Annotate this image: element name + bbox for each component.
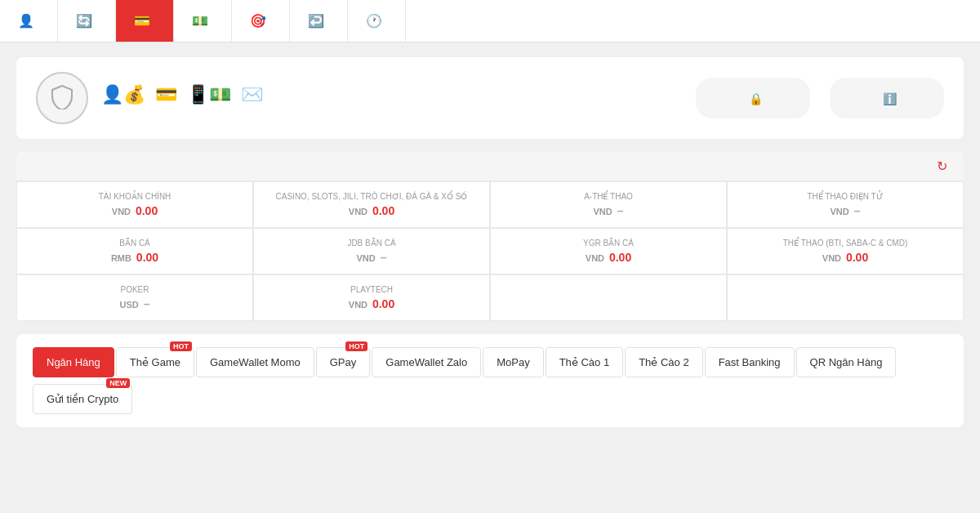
nav-withdraw[interactable]: 💵 (174, 0, 232, 42)
tab-label: Thẻ Game (130, 356, 180, 368)
transfer-icon: 🔄 (76, 13, 92, 29)
history-icon: 🕐 (366, 13, 382, 29)
balance-header-value (337, 160, 642, 172)
balance-cell: THỂ THAO ĐIỆN TỬ VND – (727, 181, 964, 228)
nav-deposit[interactable]: 💳 (116, 0, 174, 42)
tab-label: Thẻ Cào 2 (639, 356, 688, 368)
balance-cell-value: VND 0.00 (504, 251, 713, 264)
freebet-icon: 🎯 (250, 13, 266, 29)
tab-gpay[interactable]: HOTGPay (316, 347, 371, 377)
tab-the-cao-2[interactable]: Thẻ Cào 2 (625, 347, 702, 377)
tab-label: QR Ngân Hàng (810, 356, 883, 368)
tab-gamewallet-zalo[interactable]: GameWallet Zalo (372, 347, 481, 377)
balance-cell-value: VND 0.00 (741, 251, 950, 264)
tab-label: Ngân Hàng (47, 356, 100, 368)
tab-label: Fast Banking (719, 356, 781, 368)
phone-money-icon: 📱💵 (187, 84, 231, 105)
tab-gamewallet-momo[interactable]: GameWallet Momo (196, 347, 314, 377)
balance-cell-value: RMB 0.00 (30, 251, 239, 264)
balance-cell-label: BẮN CÁ (30, 239, 239, 248)
locked-value: 🔒 (725, 92, 781, 105)
top-navigation: 👤 🔄 💳 💵 🎯 ↩️ 🕐 (0, 0, 980, 42)
tab-crypto[interactable]: NEWGửi tiền Crypto (33, 384, 132, 414)
balance-cell-value: USD – (30, 297, 239, 310)
balance-cell-value: VND 0.00 (30, 204, 239, 217)
tab-new-badge: NEW (106, 378, 130, 388)
payment-tabs-row1: Ngân HàngHOTThẻ GameGameWallet MomoHOTGP… (33, 347, 947, 377)
balance-cell-value: VND 0.00 (267, 204, 476, 217)
shield-badge (36, 72, 88, 124)
balance-cell-label: THỂ THAO ĐIỆN TỬ (741, 192, 950, 201)
balance-cell-label: POKER (30, 285, 239, 294)
main-content: 👤💰 💳 📱💵 ✉️ 🔒 (0, 42, 980, 442)
reward-value: ℹ️ (859, 92, 915, 105)
user-money-icon: 👤💰 (101, 84, 145, 105)
account-right-section: 🔒 ℹ️ (696, 78, 944, 118)
tab-label: Gửi tiền Crypto (47, 393, 118, 405)
tab-the-game[interactable]: HOTThẻ Game (116, 347, 194, 377)
balance-cell: BẮN CÁ RMB 0.00 (16, 228, 253, 274)
tab-label: GameWallet Zalo (385, 356, 467, 368)
balance-cell: POKER USD – (16, 274, 253, 321)
balance-cell: JDB BẮN CÁ VND – (253, 228, 490, 274)
account-info: 👤💰 💳 📱💵 ✉️ (101, 84, 263, 112)
tab-label: GameWallet Momo (210, 356, 301, 368)
balance-grid: TÀI KHOẢN CHÍNH VND 0.00 CASINO, SLOTS, … (16, 181, 964, 321)
balance-cell-label: TÀI KHOẢN CHÍNH (30, 192, 239, 201)
payment-tabs-row2: NEWGửi tiền Crypto (33, 384, 947, 414)
lock-icon: 🔒 (749, 92, 763, 105)
balance-cell-value: VND – (504, 204, 713, 217)
info-icon: ℹ️ (883, 92, 897, 105)
tab-fast-banking[interactable]: Fast Banking (705, 347, 795, 377)
balance-cell: CASINO, SLOTS, JILI, TRÒ CHƠI, ĐÁ GÀ & X… (253, 181, 490, 228)
account-left-section: 👤💰 💳 📱💵 ✉️ (36, 72, 263, 124)
refund-icon: ↩️ (308, 13, 324, 29)
card-icon: 💳 (155, 84, 177, 105)
tab-label: MoPay (497, 356, 529, 368)
tab-mopay[interactable]: MoPay (483, 347, 543, 377)
balance-cell-empty (490, 274, 727, 321)
tab-badge: HOT (345, 341, 368, 351)
tab-ngan-hang[interactable]: Ngân Hàng (33, 347, 114, 377)
balance-cell-label: YGR BẮN CÁ (504, 239, 713, 248)
nav-history[interactable]: 🕐 (348, 0, 406, 42)
shield-icon (51, 85, 74, 109)
nav-profile[interactable]: 👤 (0, 0, 58, 42)
balance-cell-value: VND – (741, 204, 950, 217)
account-icons: 👤💰 💳 📱💵 ✉️ (101, 84, 263, 105)
balance-cell-value: VND 0.00 (267, 297, 476, 310)
withdraw-icon: 💵 (192, 13, 208, 29)
balance-cell: A-THỂ THAO VND – (490, 181, 727, 228)
balance-cell-label: PLAYTECH (267, 285, 476, 294)
balance-cell: TÀI KHOẢN CHÍNH VND 0.00 (16, 181, 253, 228)
balance-cell-value: VND – (267, 251, 476, 264)
balance-cell: YGR BẮN CÁ VND 0.00 (490, 228, 727, 274)
payment-section: Ngân HàngHOTThẻ GameGameWallet MomoHOTGP… (16, 334, 964, 427)
tab-label: Thẻ Cào 1 (559, 356, 609, 368)
balance-cell: THỂ THAO (BTI, SABA-C & CMD) VND 0.00 (727, 228, 964, 274)
reward-stat-box: ℹ️ (830, 78, 944, 118)
balance-cell-empty (727, 274, 964, 321)
nav-freebet[interactable]: 🎯 (232, 0, 290, 42)
tab-the-cao-1[interactable]: Thẻ Cào 1 (546, 347, 623, 377)
nav-transfer[interactable]: 🔄 (58, 0, 116, 42)
balance-cell: PLAYTECH VND 0.00 (253, 274, 490, 321)
balance-cell-label: JDB BẮN CÁ (267, 239, 476, 248)
profile-icon: 👤 (18, 13, 34, 29)
deposit-icon: 💳 (134, 13, 150, 29)
account-card: 👤💰 💳 📱💵 ✉️ 🔒 (16, 57, 964, 139)
tab-qr-ngan-hang[interactable]: QR Ngân Hàng (796, 347, 897, 377)
balance-section: ↻ TÀI KHOẢN CHÍNH VND 0.00 CASINO, SLOTS… (16, 152, 964, 321)
balance-header: ↻ (16, 152, 964, 181)
balance-cell-label: THỂ THAO (BTI, SABA-C & CMD) (741, 239, 950, 248)
nav-refund[interactable]: ↩️ (290, 0, 348, 42)
tab-label: GPay (330, 356, 357, 368)
email-icon: ✉️ (241, 84, 263, 105)
tab-badge: HOT (170, 341, 192, 351)
locked-stat-box: 🔒 (696, 78, 810, 118)
balance-cell-label: CASINO, SLOTS, JILI, TRÒ CHƠI, ĐÁ GÀ & X… (267, 192, 476, 201)
refresh-icon[interactable]: ↻ (937, 159, 947, 173)
balance-cell-label: A-THỂ THAO (504, 192, 713, 201)
